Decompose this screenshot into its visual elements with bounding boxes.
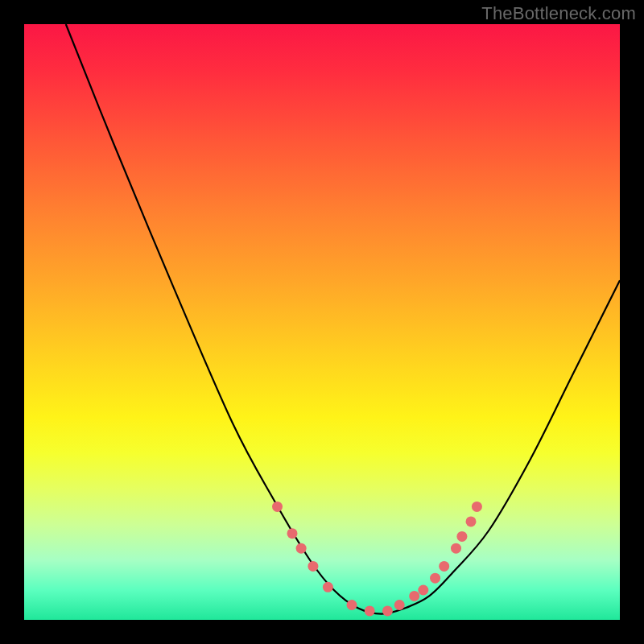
- marker-dot: [323, 582, 333, 592]
- marker-dot: [272, 502, 283, 512]
- marker-dot: [308, 561, 318, 572]
- chart-frame: TheBottleneck.com: [0, 0, 644, 644]
- marker-dot: [287, 528, 298, 539]
- marker-dot: [451, 543, 461, 554]
- marker-dot: [439, 561, 449, 572]
- marker-dot: [430, 573, 440, 584]
- watermark-text: TheBottleneck.com: [481, 3, 636, 24]
- marker-dot: [409, 591, 419, 601]
- marker-dot: [347, 600, 357, 610]
- bottleneck-curve: [66, 24, 620, 614]
- marker-dot: [466, 516, 477, 526]
- marker-dot: [296, 543, 307, 554]
- marker-dot: [394, 600, 405, 610]
- marker-dot: [418, 585, 428, 596]
- marker-dot: [382, 605, 393, 616]
- curve-svg: [24, 24, 620, 620]
- plot-area: [24, 24, 620, 620]
- marker-dot: [456, 531, 467, 542]
- marker-dot: [365, 605, 375, 616]
- marker-dot: [472, 502, 482, 512]
- highlight-dots: [272, 502, 482, 617]
